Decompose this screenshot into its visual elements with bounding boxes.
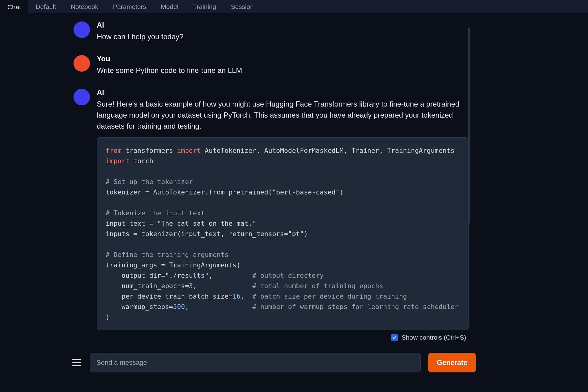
messages-list: AI How can I help you today? You Write s… [74, 21, 469, 330]
scrollbar[interactable] [468, 28, 470, 224]
tab-training[interactable]: Training [186, 0, 224, 13]
tab-chat[interactable]: Chat [0, 0, 28, 13]
role-label: AI [97, 21, 469, 29]
tab-model[interactable]: Model [153, 0, 186, 13]
chat-area: AI How can I help you today? You Write s… [0, 13, 588, 392]
show-controls-checkbox[interactable] [391, 334, 398, 341]
input-row: Send a message Generate [72, 353, 476, 372]
code-block[interactable]: from transformers import AutoTokenizer, … [97, 137, 469, 330]
tab-notebook[interactable]: Notebook [63, 0, 106, 13]
avatar-ai-icon [74, 89, 90, 105]
tab-session[interactable]: Session [224, 0, 261, 13]
message-text: Sure! Here's a basic example of how you … [97, 99, 469, 132]
message-ai-2: AI Sure! Here's a basic example of how y… [74, 88, 469, 330]
avatar-ai-icon [74, 21, 90, 38]
top-tabs: Chat Default Notebook Parameters Model T… [0, 0, 588, 13]
message-text: Write some Python code to fine-tune an L… [97, 65, 469, 76]
tab-default[interactable]: Default [28, 0, 63, 13]
message-you-1: You Write some Python code to fine-tune … [74, 55, 469, 76]
message-ai-1: AI How can I help you today? [74, 21, 469, 42]
message-text: How can I help you today? [97, 31, 469, 42]
message-input[interactable]: Send a message [90, 353, 421, 372]
role-label: AI [97, 88, 469, 97]
show-controls-row: Show controls (Ctrl+S) [391, 334, 466, 341]
tab-parameters[interactable]: Parameters [106, 0, 154, 13]
avatar-you-icon [74, 55, 90, 72]
hamburger-icon[interactable] [72, 359, 81, 366]
check-icon [392, 335, 397, 340]
generate-button[interactable]: Generate [428, 353, 476, 372]
show-controls-label: Show controls (Ctrl+S) [401, 334, 466, 341]
role-label: You [97, 55, 469, 63]
